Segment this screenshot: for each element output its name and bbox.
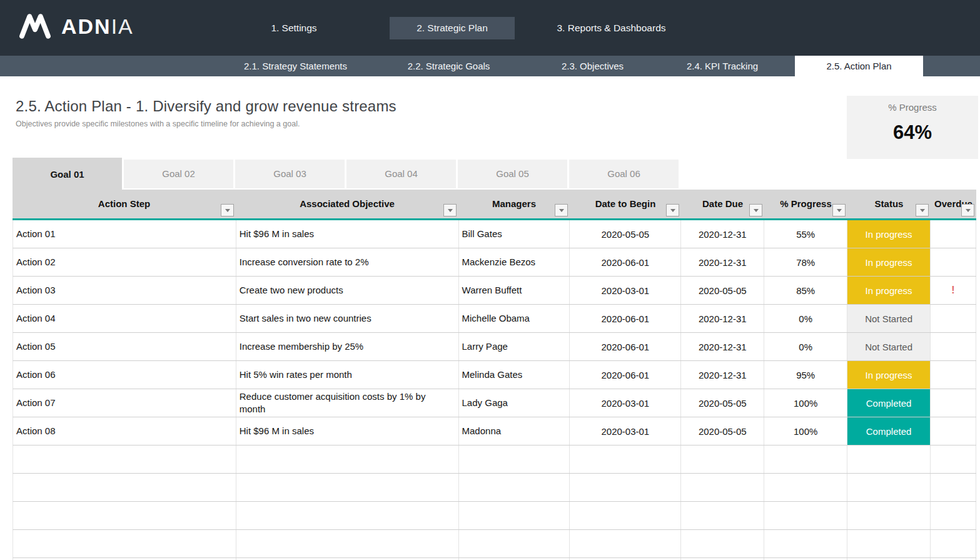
empty-cell[interactable]	[459, 474, 570, 501]
date_due-cell[interactable]: 2020-12-31	[681, 248, 764, 276]
action-cell[interactable]: Action 07	[13, 389, 236, 417]
goal-tab-goal-06[interactable]: Goal 06	[569, 160, 679, 188]
subnav-item-2-2-strategic-goals[interactable]: 2.2. Strategic Goals	[385, 56, 513, 76]
action-cell[interactable]: Action 08	[13, 417, 236, 445]
empty-cell[interactable]	[931, 502, 976, 529]
objective-cell[interactable]: Hit $96 M in sales	[236, 417, 459, 445]
goal-tab-goal-03[interactable]: Goal 03	[235, 160, 345, 188]
date_begin-cell[interactable]: 2020-06-01	[570, 248, 681, 276]
empty-cell[interactable]	[931, 474, 976, 501]
manager-cell[interactable]: Bill Gates	[459, 220, 570, 248]
action-cell[interactable]: Action 04	[13, 305, 236, 332]
empty-cell[interactable]	[764, 474, 847, 501]
empty-cell[interactable]	[459, 502, 570, 529]
date_begin-cell[interactable]: 2020-05-05	[570, 220, 681, 248]
empty-cell[interactable]	[570, 502, 681, 529]
action-cell[interactable]: Action 02	[13, 248, 236, 276]
action-cell[interactable]: Action 03	[13, 277, 236, 304]
main-nav-item-1-settings[interactable]: 1. Settings	[250, 17, 338, 39]
empty-cell[interactable]	[13, 445, 236, 473]
empty-cell[interactable]	[847, 502, 931, 529]
date_due-cell[interactable]: 2020-12-31	[681, 220, 764, 248]
empty-cell[interactable]	[13, 530, 236, 557]
empty-cell[interactable]	[570, 530, 681, 557]
manager-cell[interactable]: Mackenzie Bezos	[459, 248, 570, 276]
objective-cell[interactable]: Hit 5% win rates per month	[236, 361, 459, 389]
manager-cell[interactable]: Melinda Gates	[459, 361, 570, 389]
main-nav-item-2-strategic-plan[interactable]: 2. Strategic Plan	[390, 17, 515, 39]
progress-cell[interactable]: 95%	[764, 361, 847, 389]
progress-cell[interactable]: 85%	[764, 277, 847, 304]
manager-cell[interactable]: Larry Page	[459, 333, 570, 360]
subnav-item-2-1-strategy-statements[interactable]: 2.1. Strategy Statements	[222, 56, 369, 76]
filter-dropdown-button[interactable]	[961, 204, 974, 216]
empty-cell[interactable]	[459, 530, 570, 557]
objective-cell[interactable]: Create two new products	[236, 277, 459, 304]
action-cell[interactable]: Action 01	[13, 220, 236, 248]
empty-cell[interactable]	[681, 474, 764, 501]
empty-cell[interactable]	[847, 530, 931, 557]
date_begin-cell[interactable]: 2020-03-01	[570, 389, 681, 417]
filter-dropdown-button[interactable]	[555, 204, 568, 216]
empty-cell[interactable]	[236, 530, 459, 557]
objective-cell[interactable]: Increase conversion rate to 2%	[236, 248, 459, 276]
empty-cell[interactable]	[236, 445, 459, 473]
empty-cell[interactable]	[570, 445, 681, 473]
goal-tab-goal-05[interactable]: Goal 05	[458, 160, 567, 188]
empty-cell[interactable]	[764, 502, 847, 529]
empty-cell[interactable]	[931, 530, 976, 557]
filter-dropdown-button[interactable]	[832, 204, 846, 216]
filter-dropdown-button[interactable]	[443, 204, 457, 216]
date_begin-cell[interactable]: 2020-03-01	[570, 277, 681, 304]
empty-cell[interactable]	[847, 445, 931, 473]
subnav-item-2-3-objectives[interactable]: 2.3. Objectives	[535, 56, 650, 76]
empty-cell[interactable]	[13, 474, 236, 501]
manager-cell[interactable]: Michelle Obama	[459, 305, 570, 332]
goal-tab-goal-01[interactable]: Goal 01	[13, 158, 122, 190]
empty-cell[interactable]	[236, 474, 459, 501]
progress-cell[interactable]: 100%	[764, 417, 847, 445]
date_due-cell[interactable]: 2020-05-05	[681, 389, 764, 417]
empty-cell[interactable]	[570, 474, 681, 501]
filter-dropdown-button[interactable]	[221, 204, 234, 216]
filter-dropdown-button[interactable]	[749, 204, 762, 216]
empty-cell[interactable]	[13, 502, 236, 529]
date_begin-cell[interactable]: 2020-06-01	[570, 305, 681, 332]
objective-cell[interactable]: Start sales in two new countries	[236, 305, 459, 332]
empty-cell[interactable]	[931, 445, 976, 473]
objective-cell[interactable]: Reduce customer acquisition costs by 1% …	[236, 389, 459, 417]
date_due-cell[interactable]: 2020-12-31	[681, 333, 764, 360]
empty-cell[interactable]	[764, 530, 847, 557]
empty-cell[interactable]	[459, 445, 570, 473]
manager-cell[interactable]: Warren Buffett	[459, 277, 570, 304]
filter-dropdown-button[interactable]	[666, 204, 679, 216]
empty-cell[interactable]	[681, 502, 764, 529]
progress-cell[interactable]: 0%	[764, 333, 847, 360]
subnav-item-2-5-action-plan[interactable]: 2.5. Action Plan	[795, 56, 923, 76]
empty-cell[interactable]	[236, 502, 459, 529]
empty-cell[interactable]	[681, 530, 764, 557]
filter-dropdown-button[interactable]	[916, 204, 929, 216]
date_begin-cell[interactable]: 2020-03-01	[570, 417, 681, 445]
objective-cell[interactable]: Increase membership by 25%	[236, 333, 459, 360]
date_due-cell[interactable]: 2020-05-05	[681, 277, 764, 304]
date_due-cell[interactable]: 2020-12-31	[681, 305, 764, 332]
date_due-cell[interactable]: 2020-12-31	[681, 361, 764, 389]
progress-cell[interactable]: 100%	[764, 389, 847, 417]
manager-cell[interactable]: Madonna	[459, 417, 570, 445]
subnav-item-2-4-kpi-tracking[interactable]: 2.4. KPI Tracking	[663, 56, 782, 76]
date_begin-cell[interactable]: 2020-06-01	[570, 361, 681, 389]
empty-cell[interactable]	[847, 474, 931, 501]
manager-cell[interactable]: Lady Gaga	[459, 389, 570, 417]
main-nav-item-3-reports-dashboards[interactable]: 3. Reports & Dashboards	[535, 17, 688, 39]
action-cell[interactable]: Action 05	[13, 333, 236, 360]
date_due-cell[interactable]: 2020-05-05	[681, 417, 764, 445]
empty-cell[interactable]	[764, 445, 847, 473]
action-cell[interactable]: Action 06	[13, 361, 236, 389]
date_begin-cell[interactable]: 2020-06-01	[570, 333, 681, 360]
empty-cell[interactable]	[681, 445, 764, 473]
progress-cell[interactable]: 0%	[764, 305, 847, 332]
objective-cell[interactable]: Hit $96 M in sales	[236, 220, 459, 248]
goal-tab-goal-04[interactable]: Goal 04	[346, 160, 456, 188]
progress-cell[interactable]: 78%	[764, 248, 847, 276]
